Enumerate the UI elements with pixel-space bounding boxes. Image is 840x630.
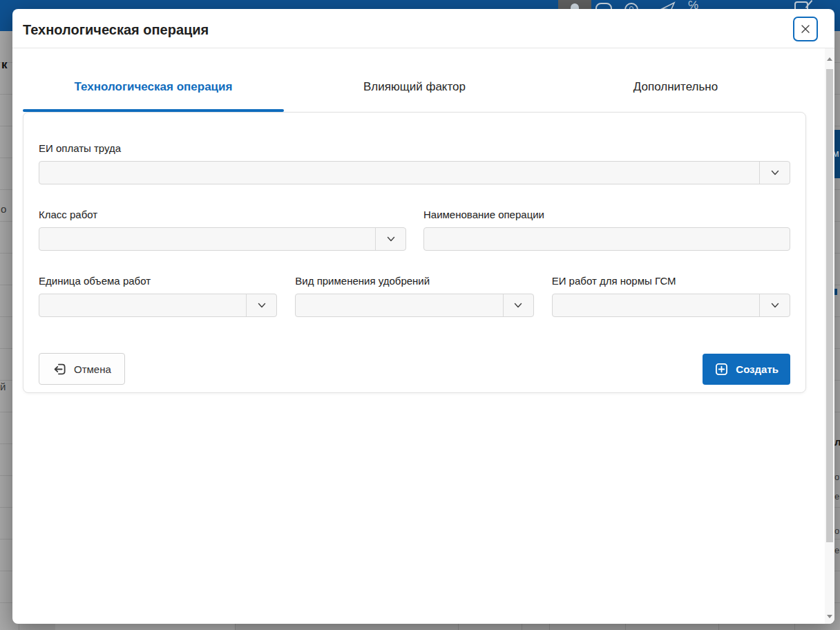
field-label: ЕИ оплаты труда <box>39 142 790 155</box>
scroll-up-icon <box>827 57 832 61</box>
ei-rabot-dlya-normy-gsm-select[interactable] <box>552 294 790 317</box>
select-value <box>39 228 375 250</box>
backdrop-bottom-strip <box>0 624 840 630</box>
edinitsa-obyema-rabot-select[interactable] <box>39 294 277 317</box>
background-text-fragment: ен <box>834 545 840 555</box>
select-chevron-area[interactable] <box>759 294 790 316</box>
select-chevron-area[interactable] <box>375 228 405 250</box>
vid-primeneniya-udobreniy-select[interactable] <box>295 294 533 317</box>
background-text-fragment: о <box>834 472 839 482</box>
arrow-back-icon <box>52 362 67 376</box>
backdrop-left-strip: к о й <box>0 31 12 630</box>
scroll-down-icon <box>827 615 832 618</box>
chevron-down-icon <box>770 300 781 311</box>
close-button[interactable] <box>793 17 818 41</box>
background-text-fragment: о <box>1 203 6 215</box>
background-text-fragment: л <box>834 436 840 448</box>
background-text-fragment: м <box>834 148 839 159</box>
create-button-label: Создать <box>736 363 779 375</box>
scroll-down-button[interactable] <box>825 611 834 622</box>
cancel-button[interactable]: Отмена <box>39 353 125 385</box>
select-value <box>39 162 759 184</box>
select-chevron-area[interactable] <box>246 294 276 316</box>
background-text-fragment: й <box>0 381 6 392</box>
select-chevron-area[interactable] <box>503 294 533 316</box>
modal-body: Технологическая операция Влияющий фактор… <box>12 48 834 393</box>
create-button[interactable]: Создать <box>703 354 790 385</box>
tab-technological-operation[interactable]: Технологическая операция <box>23 75 284 112</box>
chevron-down-icon <box>513 300 524 311</box>
tab-additional[interactable]: Дополнительно <box>545 75 806 112</box>
field-vid-primeneniya-udobreniy: Вид применения удобрений <box>295 274 533 317</box>
background-text-fragment: ен <box>834 491 840 502</box>
field-label: Наименование операции <box>423 208 790 221</box>
background-text-fragment: к <box>1 58 8 72</box>
backdrop-right-strip: м л о ен о ен <box>834 31 840 630</box>
field-label: Класс работ <box>39 208 406 221</box>
field-label: ЕИ работ для нормы ГСМ <box>552 274 790 287</box>
field-edinitsa-obyema-rabot: Единица объема работ <box>39 274 277 317</box>
close-icon <box>800 23 811 35</box>
modal-scrollbar <box>825 48 834 624</box>
select-value <box>296 294 502 316</box>
cancel-button-label: Отмена <box>74 363 111 375</box>
field-ei-oplaty-truda: ЕИ оплаты труда <box>39 142 790 184</box>
field-label: Вид применения удобрений <box>295 274 533 287</box>
ei-oplaty-truda-select[interactable] <box>39 161 790 184</box>
select-value <box>553 294 759 316</box>
select-chevron-area[interactable] <box>759 162 790 184</box>
background-text-fragment: о <box>834 526 839 536</box>
tab-bar: Технологическая операция Влияющий фактор… <box>23 75 806 112</box>
scroll-up-button[interactable] <box>825 54 834 64</box>
add-icon <box>714 362 729 376</box>
tab-influencing-factor[interactable]: Влияющий фактор <box>284 75 545 112</box>
field-klass-rabot: Класс работ <box>39 208 406 251</box>
background-blue-element: м <box>834 130 840 178</box>
chevron-down-icon <box>256 300 267 311</box>
chevron-down-icon <box>770 167 781 178</box>
field-label: Единица объема работ <box>39 274 277 287</box>
chevron-down-icon <box>385 233 397 245</box>
field-naimenovanie-operatsii: Наименование операции <box>423 208 790 251</box>
modal-title: Технологическая операция <box>23 22 209 38</box>
modal-dialog: Технологическая операция Технологическая… <box>12 9 834 624</box>
operation-name-input[interactable] <box>423 227 790 251</box>
form-card: ЕИ оплаты труда Класс работ <box>23 112 806 393</box>
select-value <box>39 294 246 316</box>
form-actions: Отмена Создать <box>39 353 790 385</box>
modal-header: Технологическая операция <box>12 9 834 48</box>
klass-rabot-select[interactable] <box>39 227 406 251</box>
field-ei-rabot-dlya-normy-gsm: ЕИ работ для нормы ГСМ <box>552 274 790 317</box>
scrollbar-thumb[interactable] <box>826 69 833 542</box>
